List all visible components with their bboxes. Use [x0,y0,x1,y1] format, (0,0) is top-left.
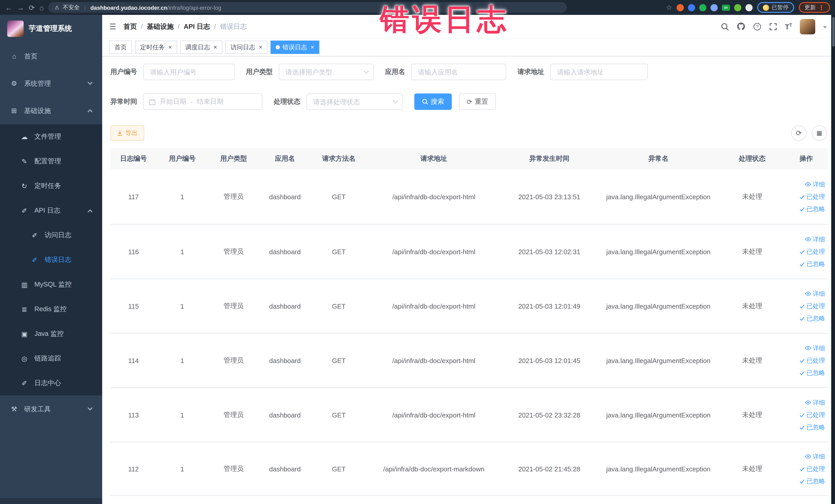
shield-icon[interactable] [688,4,695,11]
action-processed-link[interactable]: 已处理 [799,410,825,419]
exception-time-range-picker[interactable]: 开始日期 - 结束日期 [143,94,262,110]
action-ignored-link[interactable]: 已忽略 [799,368,825,377]
cell-url: /api/infra/db-doc/export-markdown [367,465,501,473]
cell-status: 未处理 [719,356,786,365]
cell-time: 2021-05-03 23:13:51 [501,193,598,201]
sidebar-item-9[interactable]: ▥MySQL 监控 [0,272,102,297]
tab-1[interactable]: 定时任务× [135,41,177,54]
close-icon[interactable]: × [213,44,217,50]
action-detail-link[interactable]: 详细 [805,289,825,298]
avatar[interactable] [800,19,815,34]
action-processed-link[interactable]: 已处理 [799,247,825,256]
action-ignored-link[interactable]: 已忽略 [799,260,825,268]
tab-4[interactable]: 错误日志× [270,41,319,54]
tab-3[interactable]: 访问日志× [225,41,267,54]
sidebar-item-11[interactable]: ▣Java 监控 [0,321,102,346]
puzzle-icon[interactable] [746,4,753,11]
sidebar-item-1[interactable]: ⚙系统管理 [0,70,102,97]
cell-id: 112 [110,465,157,473]
action-label: 已处理 [807,410,825,419]
home-icon[interactable]: ⌂ [39,4,44,11]
logo-image[interactable] [7,21,24,37]
search-button[interactable]: 搜索 [414,94,452,110]
action-detail-link[interactable]: 详细 [805,452,825,461]
action-detail-link[interactable]: 详细 [805,180,825,189]
user-type-select-input[interactable] [279,64,374,80]
refresh-icon[interactable]: ⟳ [791,125,807,141]
sidebar-item-6[interactable]: ✐API 日志 [0,198,102,223]
columns-icon[interactable]: ▦ [812,125,827,141]
sidebar-item-12[interactable]: ◎链路追踪 [0,346,102,371]
chevron-down-icon[interactable] [823,26,827,30]
close-icon[interactable]: × [311,44,314,50]
action-detail-link[interactable]: 详细 [805,235,825,244]
breadcrumb-separator: / [214,23,216,30]
update-badge[interactable]: 更新 ⋮ [799,2,830,13]
action-detail-link[interactable]: 详细 [805,344,825,352]
sidebar-item-4[interactable]: ✎配置管理 [0,149,102,174]
layers-icon: ≣ [21,305,28,313]
paused-badge[interactable]: 已暂停 [757,2,794,13]
back-icon[interactable]: ← [5,4,12,11]
font-size-icon[interactable]: TT [785,23,792,30]
scrollbar[interactable] [831,15,835,504]
grid-extension-icon[interactable] [711,4,718,11]
sidebar-item-0[interactable]: ⌂首页 [0,43,102,70]
breadcrumb-item-2[interactable]: API 日志 [184,22,210,31]
switch-on-icon[interactable]: on [722,4,730,11]
app-name-input[interactable] [411,64,506,80]
sidebar-item-14[interactable]: ⚒研发工具 [0,396,102,423]
calendar-icon [149,98,156,105]
fullscreen-icon[interactable] [769,22,777,31]
sidebar-item-7[interactable]: ✐访问日志 [0,223,102,247]
close-icon[interactable]: × [259,44,262,50]
user-id-input[interactable] [143,64,235,80]
sidebar-item-10[interactable]: ≣Redis 监控 [0,297,102,321]
green-check-icon[interactable] [699,4,707,11]
action-ignored-link[interactable]: 已忽略 [799,423,825,431]
sidebar-item-label: Redis 监控 [34,304,67,314]
action-processed-link[interactable]: 已处理 [799,192,825,201]
search-icon[interactable] [721,22,729,31]
forward-icon[interactable]: → [17,4,24,11]
sidebar-item-8[interactable]: ✐错误日志 [0,247,102,272]
reload-icon[interactable]: ⟳ [29,4,35,11]
leaf-icon[interactable] [734,4,741,11]
cell-method: GET [311,411,367,419]
action-processed-link[interactable]: 已处理 [799,356,825,365]
sidebar-item-3[interactable]: ☁文件管理 [0,124,102,149]
hamburger-icon[interactable]: ☰ [109,22,116,31]
browser-menu-icon[interactable]: ⋮ [818,4,824,11]
adblock-icon[interactable] [677,4,684,11]
sidebar-item-2[interactable]: ⊞基础设施 [0,97,102,124]
action-ignored-link[interactable]: 已忽略 [799,205,825,213]
process-status-select-input[interactable] [306,94,403,110]
user-type-select[interactable] [279,64,374,80]
tab-0[interactable]: 首页 [109,41,132,54]
action-processed-link[interactable]: 已处理 [799,302,825,310]
tab-2[interactable]: 调度日志× [180,41,222,54]
sidebar-item-5[interactable]: ↻定时任务 [0,174,102,198]
process-status-select[interactable] [306,94,403,110]
help-icon[interactable]: ? [753,22,761,31]
chart-icon: ▥ [21,281,28,288]
address-bar[interactable]: ⚠ 不安全 | dashboard.yudao.iocoder.cn/infra… [48,2,567,13]
cell-id: 113 [110,411,157,419]
action-processed-link[interactable]: 已处理 [799,464,825,473]
bookmark-star-icon[interactable]: ☆ [666,4,672,11]
breadcrumb-item-0[interactable]: 首页 [123,22,137,31]
gear-icon: ⚙ [10,80,18,87]
reset-button[interactable]: ⟳ 重置 [459,94,496,110]
breadcrumb-item-1[interactable]: 基础设施 [147,22,174,31]
sidebar-item-13[interactable]: ✐日志中心 [0,371,102,396]
close-icon[interactable]: × [168,44,172,50]
action-ignored-link[interactable]: 已忽略 [799,314,825,323]
action-ignored-link[interactable]: 已忽略 [799,477,825,485]
action-label: 详细 [813,452,825,461]
sidebar-item-label: 研发工具 [24,404,51,414]
action-detail-link[interactable]: 详细 [805,398,825,407]
export-button[interactable]: 导出 [110,125,144,141]
request-url-input[interactable] [550,64,648,80]
scrollbar-thumb[interactable] [832,17,835,47]
github-icon[interactable] [737,22,746,31]
